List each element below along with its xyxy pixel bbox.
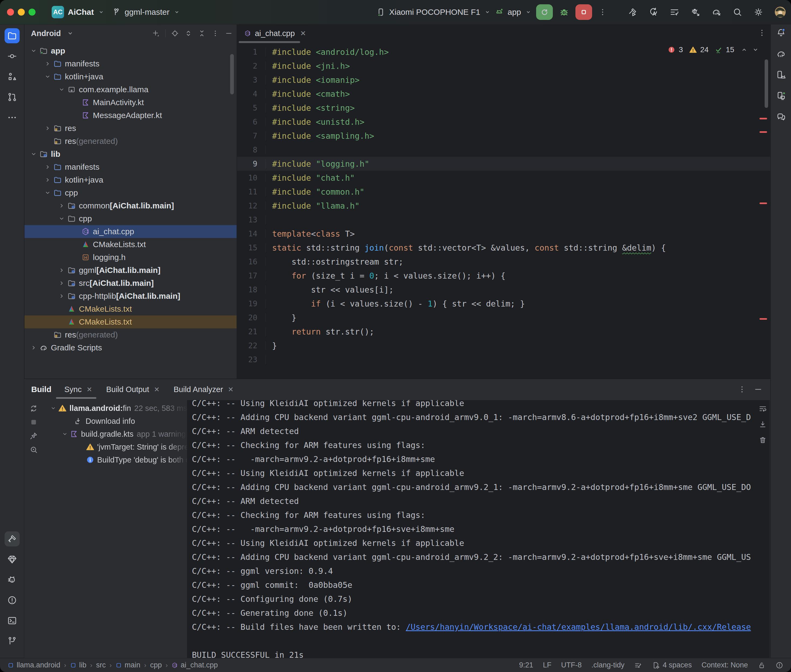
- code-line[interactable]: 5#include <string>: [237, 101, 770, 115]
- caret-position[interactable]: 9:21: [519, 661, 533, 669]
- code-line[interactable]: 14template<class T>: [237, 227, 770, 241]
- code-line[interactable]: 6#include <unistd.h>: [237, 115, 770, 129]
- code-line[interactable]: 19 if (i < values.size() - 1) { str << d…: [237, 297, 770, 310]
- tab-build-output[interactable]: Build Output✕: [106, 385, 160, 394]
- close-window-button[interactable]: [7, 9, 14, 16]
- expand-all-button[interactable]: [185, 29, 193, 37]
- chevron-down-icon[interactable]: [43, 189, 53, 197]
- chevron-right-icon[interactable]: [43, 176, 53, 184]
- stop-button[interactable]: [575, 4, 592, 20]
- clear-console-icon[interactable]: [759, 436, 767, 444]
- more-actions-button[interactable]: [598, 8, 607, 17]
- tree-item[interactable]: lib: [24, 148, 237, 160]
- gemini-chat-icon[interactable]: [776, 112, 786, 122]
- build-console[interactable]: C/C++: -- Using KleidiAI optimized kerne…: [187, 400, 770, 658]
- tool-git-button[interactable]: [5, 634, 20, 649]
- chevron-right-icon[interactable]: [57, 279, 66, 287]
- rerun-button[interactable]: [536, 4, 553, 20]
- error-stripe-mark[interactable]: [759, 131, 767, 133]
- build-tree-item[interactable]: build.gradle.ktsapp 1 warning: [43, 427, 188, 440]
- code-line[interactable]: 16 std::ostringstream str;: [237, 254, 770, 269]
- show-options-icon[interactable]: [29, 445, 38, 454]
- event-log-icon[interactable]: [775, 661, 783, 669]
- code-line[interactable]: 23: [237, 352, 770, 366]
- breadcrumb-item[interactable]: main: [116, 661, 141, 669]
- editor-scrollbar[interactable]: [765, 59, 768, 108]
- build-run-icon[interactable]: [627, 7, 638, 17]
- chevron-right-icon[interactable]: [57, 202, 66, 210]
- code-line[interactable]: 20 }: [237, 310, 770, 325]
- device-selector[interactable]: Xiaomi POCOPHONE F1: [376, 0, 491, 24]
- chevron-right-icon[interactable]: [43, 124, 53, 132]
- tree-item[interactable]: kotlin+java: [24, 70, 237, 83]
- hide-panel-button[interactable]: [225, 29, 233, 37]
- attach-debugger-icon[interactable]: [690, 7, 701, 17]
- next-problem-icon[interactable]: [751, 46, 759, 54]
- code-line[interactable]: 7#include <sampling.h>: [237, 129, 770, 143]
- gradle-sync-icon[interactable]: [711, 7, 722, 17]
- tree-item[interactable]: cpp-httplib [AiChat.lib.main]: [24, 290, 237, 302]
- chevron-down-icon[interactable]: [57, 214, 66, 222]
- tree-item[interactable]: Gradle Scripts: [24, 341, 237, 354]
- tab-build-analyzer[interactable]: Build Analyzer✕: [173, 385, 234, 394]
- tree-item[interactable]: com.example.llama: [24, 83, 237, 96]
- tree-item[interactable]: ggml [AiChat.lib.main]: [24, 264, 237, 277]
- tab-sync[interactable]: Sync✕: [64, 385, 92, 394]
- close-tab-icon[interactable]: ✕: [300, 29, 306, 38]
- indent-setting[interactable]: 4 spaces: [652, 661, 692, 669]
- avatar[interactable]: [774, 6, 786, 18]
- settings-icon[interactable]: [753, 7, 764, 17]
- tool-pull-requests-button[interactable]: [5, 90, 20, 105]
- search-everywhere-icon[interactable]: [732, 7, 743, 17]
- tree-item[interactable]: Cai_chat.cpp: [24, 225, 237, 238]
- tool-structure-button[interactable]: [5, 69, 20, 84]
- close-tab-icon[interactable]: ✕: [154, 386, 160, 394]
- project-widget[interactable]: AC AiChat: [52, 0, 105, 24]
- code-line[interactable]: 8: [237, 143, 770, 157]
- code-line[interactable]: 3#include <iomanip>: [237, 73, 770, 87]
- panel-options-button[interactable]: [738, 385, 747, 394]
- tree-item[interactable]: CMakeLists.txt: [24, 315, 237, 328]
- tool-aqi-button[interactable]: [5, 552, 20, 567]
- chevron-down-icon[interactable]: [29, 47, 39, 55]
- tree-item[interactable]: CMakeLists.txt: [24, 302, 237, 315]
- tool-logcat-button[interactable]: [5, 572, 20, 587]
- editor-options-button[interactable]: [757, 28, 767, 37]
- lock-open-icon[interactable]: [757, 661, 766, 669]
- encoding[interactable]: UTF-8: [561, 661, 582, 669]
- scroll-to-end-icon[interactable]: [759, 420, 767, 429]
- chevron-right-icon[interactable]: [29, 344, 39, 352]
- error-stripe-mark[interactable]: [759, 203, 767, 204]
- tree-item[interactable]: CMakeLists.txt: [24, 238, 237, 251]
- code-line[interactable]: 9#include "logging.h": [237, 157, 770, 171]
- run-configuration-selector[interactable]: app: [495, 0, 532, 24]
- breadcrumb-item[interactable]: cpp: [150, 661, 162, 669]
- chevron-down-icon[interactable]: [48, 404, 58, 412]
- tree-item[interactable]: MessageAdapter.kt: [24, 109, 237, 122]
- zoom-window-button[interactable]: [29, 9, 35, 16]
- chevron-down-icon[interactable]: [29, 150, 39, 158]
- project-scrollbar[interactable]: [230, 54, 234, 94]
- inspections-widget[interactable]: 3 24 15: [667, 45, 759, 54]
- code-line[interactable]: 12#include "llama.h": [237, 199, 770, 213]
- locate-file-button[interactable]: [171, 29, 179, 37]
- code-line[interactable]: 22}: [237, 339, 770, 352]
- stop-build-icon[interactable]: [29, 418, 38, 427]
- tool-terminal-button[interactable]: [5, 613, 20, 628]
- error-stripe-mark[interactable]: [759, 318, 767, 320]
- prev-problem-icon[interactable]: [740, 46, 748, 54]
- code-line[interactable]: 15static std::string join(const std::vec…: [237, 241, 770, 254]
- code-line[interactable]: 21 return str.str();: [237, 325, 770, 339]
- code-line[interactable]: 13: [237, 213, 770, 227]
- tree-item[interactable]: Hlogging.h: [24, 251, 237, 264]
- editor-tab[interactable]: C ai_chat.cpp ✕: [241, 29, 309, 38]
- close-tab-icon[interactable]: ✕: [87, 386, 92, 394]
- chevron-down-icon[interactable]: [66, 29, 74, 37]
- breadcrumb-item[interactable]: llama.android: [8, 661, 60, 669]
- code-line[interactable]: 10#include "chat.h": [237, 171, 770, 185]
- tree-item[interactable]: app: [24, 44, 237, 57]
- code-line[interactable]: 11#include "common.h": [237, 185, 770, 199]
- tree-item[interactable]: common [AiChat.lib.main]: [24, 199, 237, 212]
- chevron-right-icon[interactable]: [57, 266, 66, 274]
- chevron-down-icon[interactable]: [60, 430, 70, 438]
